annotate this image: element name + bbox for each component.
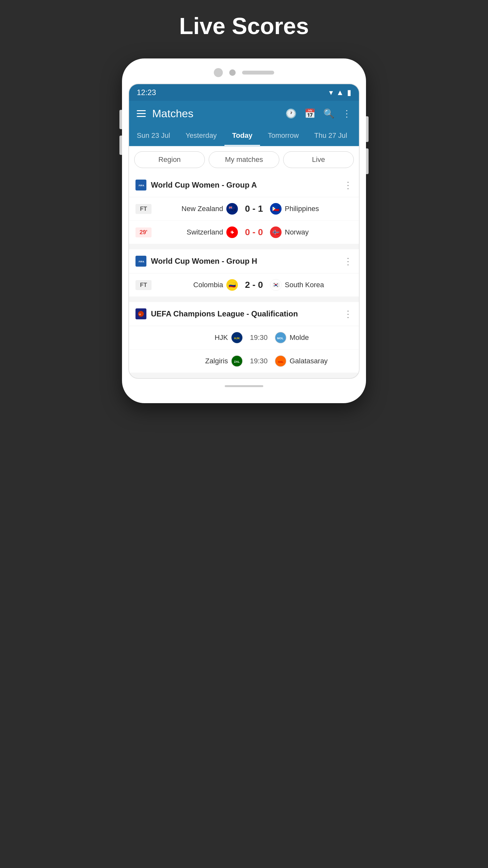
section-more-icon-group-h[interactable]: ⋮: [344, 256, 353, 267]
team-name-ch: Switzerland: [178, 228, 223, 237]
club-icon-molde: MOL: [275, 332, 286, 343]
svg-text:MOL: MOL: [277, 337, 284, 340]
phone-top-hardware: [128, 68, 360, 77]
phone-bottom: [128, 379, 360, 394]
date-tab-tomorrow[interactable]: Tomorrow: [260, 126, 306, 146]
match-row[interactable]: HJK HJK 19:30 MOL Molde: [129, 326, 359, 349]
club-icon-zalgiris: ZAL: [231, 355, 243, 367]
clock-icon[interactable]: 🕐: [285, 108, 297, 119]
team-name-galatasaray: Galatasaray: [290, 357, 334, 365]
match-time-zal-gal-center: 19:30: [246, 357, 271, 365]
team-flag-ch: 🇨🇭: [226, 226, 238, 238]
front-sensor: [229, 69, 236, 76]
section-header-left-ucl: U UEFA Champions League - Qualification: [135, 308, 298, 319]
match-time-hjk-mol-center: 19:30: [246, 334, 271, 342]
team-flag-nz: 🇳🇿: [226, 203, 238, 215]
match-content-nz-ph: New Zealand 🇳🇿 0 - 1 🇵🇭 Philippines: [155, 203, 353, 215]
match-content-zal-gal: Zalgiris ZAL 19:30 GAL Gal: [165, 355, 353, 367]
calendar-icon[interactable]: 📅: [304, 108, 316, 119]
volume-down-button: [120, 135, 122, 155]
match-content-ch-no: Switzerland 🇨🇭 0 - 0 🇳🇴 Norway: [155, 226, 353, 238]
section-header-group-a: FIFA World Cup Women - Group A ⋮: [129, 173, 359, 197]
svg-text:U: U: [139, 313, 141, 316]
league-name-group-a: World Cup Women - Group A: [151, 181, 257, 189]
match-row[interactable]: 29' Switzerland 🇨🇭 0 - 0 🇳🇴 Norway: [129, 221, 359, 244]
section-more-icon-group-a[interactable]: ⋮: [344, 180, 353, 190]
team-flag-kr: 🇰🇷: [270, 279, 282, 291]
league-name-ucl: UEFA Champions League - Qualification: [151, 309, 298, 318]
team-name-zalgiris: Zalgiris: [183, 357, 228, 365]
team-name-kr: South Korea: [285, 281, 330, 289]
score-co-kr: 2 - 0: [241, 280, 267, 290]
team-name-no: Norway: [285, 228, 330, 237]
score-nz-ph: 0 - 1: [241, 204, 267, 214]
hamburger-line-3: [137, 116, 146, 117]
svg-text:GAL: GAL: [278, 361, 284, 363]
filter-pills: Region My matches Live: [129, 146, 359, 173]
menu-button[interactable]: [137, 110, 146, 117]
hamburger-line-1: [137, 110, 146, 111]
svg-text:FIFA: FIFA: [139, 260, 144, 263]
section-more-icon-ucl[interactable]: ⋮: [344, 309, 353, 319]
match-section-group-a: FIFA World Cup Women - Group A ⋮ FT New …: [129, 173, 359, 244]
home-indicator: [225, 385, 263, 387]
league-icon-fifa: FIFA: [135, 180, 147, 190]
team-name-ph: Philippines: [285, 205, 330, 213]
match-status-ft1: FT: [135, 204, 152, 214]
match-content-hjk-mol: HJK HJK 19:30 MOL Molde: [165, 332, 353, 343]
date-tab-sun23[interactable]: Sun 23 Jul: [129, 126, 178, 146]
search-icon[interactable]: 🔍: [323, 108, 334, 119]
wifi-icon: ▾: [329, 88, 333, 97]
svg-text:FIFA: FIFA: [139, 184, 144, 187]
match-content-co-kr: Colombia 🇨🇴 2 - 0 🇰🇷 South Korea: [155, 279, 353, 291]
svg-text:HJK: HJK: [234, 337, 240, 340]
phone-frame: 12:23 ▾ ▲ ▮ Matches 🕐 📅 🔍 ⋮: [122, 59, 366, 403]
signal-icon: ▲: [336, 88, 344, 97]
match-section-group-h: FIFA World Cup Women - Group H ⋮ FT Colo…: [129, 249, 359, 297]
power-button: [366, 116, 368, 142]
league-name-group-h: World Cup Women - Group H: [151, 257, 257, 266]
section-header-ucl: U UEFA Champions League - Qualification …: [129, 302, 359, 326]
team-name-co: Colombia: [178, 281, 223, 289]
date-tab-today[interactable]: Today: [224, 126, 260, 146]
section-header-group-h: FIFA World Cup Women - Group H ⋮: [129, 249, 359, 273]
header-actions: 🕐 📅 🔍 ⋮: [285, 108, 351, 119]
section-header-left-group-a: FIFA World Cup Women - Group A: [135, 180, 257, 190]
app-header: Matches 🕐 📅 🔍 ⋮: [129, 101, 359, 126]
match-section-ucl: U UEFA Champions League - Qualification …: [129, 302, 359, 373]
team-name-molde: Molde: [290, 334, 334, 342]
region-filter[interactable]: Region: [134, 151, 205, 168]
club-icon-hjk: HJK: [231, 332, 243, 343]
league-icon-ucl: U: [135, 308, 147, 319]
header-left: Matches: [137, 107, 194, 120]
date-tab-thu27[interactable]: Thu 27 Jul: [306, 126, 355, 146]
match-row[interactable]: Zalgiris ZAL 19:30 GAL Gal: [129, 349, 359, 373]
date-tabs: Sun 23 Jul Yesterday Today Tomorrow Thu …: [129, 126, 359, 146]
app-header-title: Matches: [152, 107, 194, 120]
match-row[interactable]: FT Colombia 🇨🇴 2 - 0 🇰🇷 South Korea: [129, 273, 359, 297]
team-flag-ph: 🇵🇭: [270, 203, 282, 215]
earpiece-speaker: [242, 71, 274, 74]
more-options-icon[interactable]: ⋮: [342, 108, 351, 119]
date-tab-yesterday[interactable]: Yesterday: [178, 126, 224, 146]
team-flag-no: 🇳🇴: [270, 226, 282, 238]
live-filter[interactable]: Live: [283, 151, 354, 168]
power-button-2: [366, 148, 368, 174]
team-name-hjk: HJK: [183, 334, 228, 342]
match-row[interactable]: FT New Zealand 🇳🇿 0 - 1 🇵🇭 Philippines: [129, 197, 359, 221]
match-status-live-29: 29': [135, 227, 152, 238]
front-camera: [214, 68, 223, 77]
club-icon-galatasaray: GAL: [275, 355, 286, 367]
status-bar: 12:23 ▾ ▲ ▮: [129, 84, 359, 101]
my-matches-filter[interactable]: My matches: [209, 151, 279, 168]
phone-screen: 12:23 ▾ ▲ ▮ Matches 🕐 📅 🔍 ⋮: [128, 84, 360, 379]
team-name-nz: New Zealand: [178, 205, 223, 213]
league-icon-fifa-h: FIFA: [135, 256, 147, 267]
status-icons: ▾ ▲ ▮: [329, 88, 351, 97]
svg-text:ZAL: ZAL: [234, 360, 240, 363]
score-ch-no: 0 - 0: [241, 227, 267, 238]
volume-up-button: [120, 110, 122, 129]
match-status-ft2: FT: [135, 280, 152, 290]
battery-icon: ▮: [347, 88, 351, 97]
page-title: Live Scores: [179, 13, 309, 39]
